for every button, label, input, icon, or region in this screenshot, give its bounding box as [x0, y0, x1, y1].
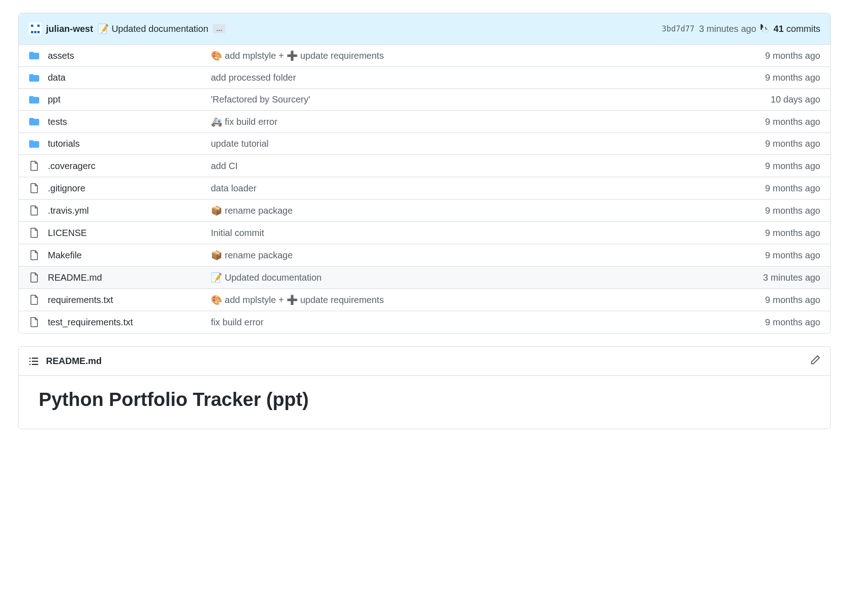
file-time: 3 minutes ago — [763, 272, 820, 283]
file-time: 9 months ago — [765, 139, 820, 149]
file-name-link[interactable]: LICENSE — [48, 228, 87, 238]
file-time: 9 months ago — [765, 183, 820, 194]
file-name-link[interactable]: assets — [48, 51, 74, 61]
file-commit-message-link[interactable]: data loader — [211, 183, 256, 193]
readme-header: README.md — [19, 347, 830, 376]
readme-filename-link[interactable]: README.md — [46, 356, 803, 366]
file-name-link[interactable]: .coveragerc — [48, 161, 96, 171]
file-row: .travis.yml📦 rename package9 months ago — [19, 200, 830, 222]
file-time: 9 months ago — [765, 317, 820, 328]
list-icon — [29, 356, 39, 366]
svg-point-2 — [29, 360, 31, 362]
file-name-link[interactable]: .gitignore — [48, 183, 85, 193]
folder-icon — [29, 95, 40, 105]
file-row: LICENSEInitial commit9 months ago — [19, 222, 830, 244]
file-row: ppt'Refactored by Sourcery'10 days ago — [19, 89, 830, 111]
readme-panel: README.md Python Portfolio Tracker (ppt) — [18, 346, 831, 429]
file-commit-message-link[interactable]: 📦 rename package — [211, 205, 293, 216]
readme-heading: Python Portfolio Tracker (ppt) — [39, 389, 810, 411]
file-name-link[interactable]: test_requirements.txt — [48, 317, 133, 327]
folder-icon — [29, 51, 40, 61]
file-row: dataadd processed folder9 months ago — [19, 67, 830, 89]
latest-commit-header: julian-west 📝 Updated documentation … 3b… — [19, 13, 830, 45]
file-icon — [29, 250, 40, 261]
file-name-link[interactable]: requirements.txt — [48, 295, 113, 305]
commit-sha-link[interactable]: 3bd7d77 — [662, 24, 695, 33]
file-commit-message-link[interactable]: 🚑 fix build error — [211, 117, 277, 127]
file-row: tests🚑 fix build error9 months ago — [19, 111, 830, 133]
file-name-link[interactable]: .travis.yml — [48, 205, 89, 216]
file-time: 9 months ago — [765, 228, 820, 238]
pencil-icon — [810, 355, 820, 365]
svg-point-4 — [29, 364, 31, 365]
folder-icon — [29, 117, 40, 127]
file-name-link[interactable]: tests — [48, 117, 67, 127]
file-name-link[interactable]: README.md — [48, 272, 102, 282]
file-icon — [29, 272, 40, 283]
svg-point-0 — [29, 357, 31, 359]
file-time: 9 months ago — [765, 295, 820, 305]
file-commit-message-link[interactable]: Initial commit — [211, 228, 264, 238]
file-commit-message-link[interactable]: 🎨 add mplstyle + ➕ update requirements — [211, 295, 384, 305]
file-commit-message-link[interactable]: add processed folder — [211, 72, 296, 82]
file-commit-message-link[interactable]: 📦 rename package — [211, 250, 293, 260]
file-name-link[interactable]: data — [48, 72, 66, 82]
file-commit-message-link[interactable]: 🎨 add mplstyle + ➕ update requirements — [211, 51, 384, 61]
file-time: 9 months ago — [765, 51, 820, 61]
history-icon — [761, 24, 771, 34]
file-commit-message-link[interactable]: fix build error — [211, 317, 264, 327]
file-name-link[interactable]: ppt — [48, 94, 61, 104]
edit-readme-button[interactable] — [810, 355, 820, 367]
file-icon — [29, 160, 40, 171]
folder-icon — [29, 73, 40, 83]
file-time: 9 months ago — [765, 205, 820, 216]
file-row: test_requirements.txtfix build error9 mo… — [19, 311, 830, 333]
file-commit-message-link[interactable]: 'Refactored by Sourcery' — [211, 94, 310, 104]
file-time: 10 days ago — [771, 94, 820, 105]
commits-word: commits — [787, 24, 820, 34]
commit-count: 41 — [773, 24, 783, 34]
file-row: requirements.txt🎨 add mplstyle + ➕ updat… — [19, 289, 830, 311]
file-time: 9 months ago — [765, 161, 820, 171]
file-row: assets🎨 add mplstyle + ➕ update requirem… — [19, 45, 830, 67]
readme-body: Python Portfolio Tracker (ppt) — [19, 376, 830, 429]
file-commit-message-link[interactable]: update tutorial — [211, 139, 269, 149]
commit-time-link[interactable]: 3 minutes ago — [699, 24, 757, 34]
file-time: 9 months ago — [765, 72, 820, 83]
folder-icon — [29, 139, 40, 149]
file-icon — [29, 183, 40, 194]
avatar[interactable] — [29, 22, 41, 35]
file-icon — [29, 205, 40, 216]
file-row: README.md📝 Updated documentation3 minute… — [19, 267, 830, 289]
file-row: .coveragercadd CI9 months ago — [19, 155, 830, 177]
file-icon — [29, 227, 40, 238]
file-commit-message-link[interactable]: add CI — [211, 161, 238, 171]
author-link[interactable]: julian-west — [46, 24, 93, 34]
file-time: 9 months ago — [765, 117, 820, 127]
commit-message-link[interactable]: 📝 Updated documentation — [97, 23, 208, 34]
file-row: Makefile📦 rename package9 months ago — [19, 244, 830, 267]
commit-ellipsis-button[interactable]: … — [213, 24, 225, 33]
file-time: 9 months ago — [765, 250, 820, 261]
file-commit-message-link[interactable]: 📝 Updated documentation — [211, 272, 322, 282]
file-icon — [29, 317, 40, 328]
file-row: .gitignoredata loader9 months ago — [19, 177, 830, 200]
file-listing: julian-west 📝 Updated documentation … 3b… — [18, 13, 831, 334]
file-name-link[interactable]: tutorials — [48, 139, 80, 149]
file-icon — [29, 294, 40, 305]
file-name-link[interactable]: Makefile — [48, 250, 82, 260]
file-row: tutorialsupdate tutorial9 months ago — [19, 133, 830, 155]
commits-history-link[interactable]: 41 commits — [761, 24, 820, 34]
